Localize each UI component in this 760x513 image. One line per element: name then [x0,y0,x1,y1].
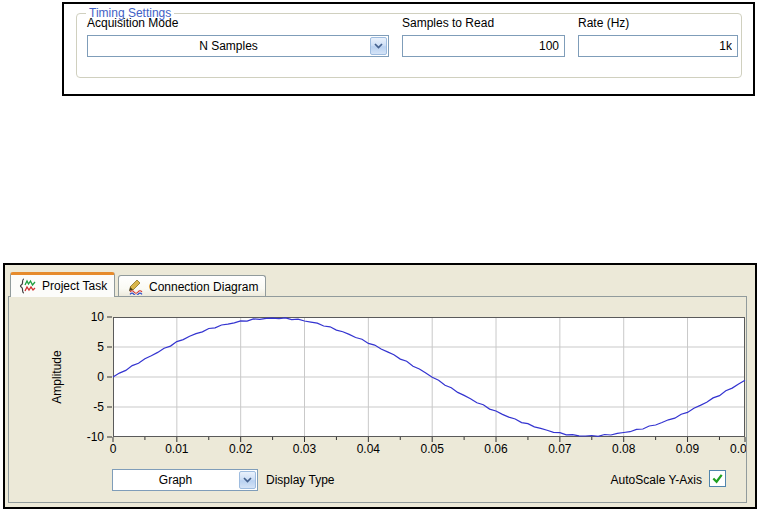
display-type-label: Display Type [266,473,334,487]
x-tick-label: 0 [91,442,135,456]
plot-area [113,317,745,437]
chevron-down-icon[interactable] [239,471,256,489]
y-tick-label: -5 [9,400,104,414]
x-tick-label: 0.07 [538,442,582,456]
x-tick-label: 0.06 [474,442,518,456]
project-task-page: Amplitude Graph Display Type AutoScale Y… [8,296,747,503]
samples-to-read-label: Samples to Read [402,16,565,30]
checkmark-icon [711,472,724,485]
acquisition-mode-value: N Samples [88,36,369,56]
x-tick-label: 0.03 [283,442,327,456]
acquisition-mode-label: Acquisition Mode [87,16,389,30]
task-display-panel: Project Task Connection Diagram Amplitud… [3,263,757,509]
tab-connection-diagram[interactable]: Connection Diagram [118,275,266,297]
x-tick-label: 0.02 [219,442,263,456]
rate-field: Rate (Hz) [578,16,738,57]
autoscale-checkbox[interactable] [709,470,726,487]
timing-settings-panel: Timing Settings Acquisition Mode N Sampl… [62,2,755,96]
waveform-task-icon [18,278,37,294]
x-tick-label: 0.099 [723,442,747,456]
x-tick-label: 0.01 [155,442,199,456]
chevron-down-icon[interactable] [370,37,387,55]
y-tick-label: 0 [9,370,104,384]
acquisition-mode-dropdown[interactable]: N Samples [87,35,389,57]
acquisition-mode-field: Acquisition Mode N Samples [87,16,389,57]
y-tick-label: 10 [9,310,104,324]
x-tick-label: 0.04 [346,442,390,456]
x-tick-label: 0.05 [410,442,454,456]
x-tick-label: 0.08 [602,442,646,456]
x-tick-label: 0.09 [666,442,710,456]
autoscale-y-axis-label: AutoScale Y-Axis [611,473,702,487]
timing-settings-groupbox: Timing Settings Acquisition Mode N Sampl… [76,6,742,78]
tab-project-task-label: Project Task [42,279,107,293]
display-type-value: Graph [113,470,238,490]
pencil-wires-icon [126,279,144,295]
rate-label: Rate (Hz) [578,16,738,30]
rate-input[interactable] [578,35,738,57]
display-type-dropdown[interactable]: Graph [112,469,258,491]
y-tick-label: 5 [9,340,104,354]
y-tick-label: -10 [9,430,104,444]
tab-connection-diagram-label: Connection Diagram [149,280,258,294]
tab-project-task[interactable]: Project Task [10,272,115,297]
samples-to-read-input[interactable] [402,35,565,57]
samples-to-read-field: Samples to Read [402,16,565,57]
